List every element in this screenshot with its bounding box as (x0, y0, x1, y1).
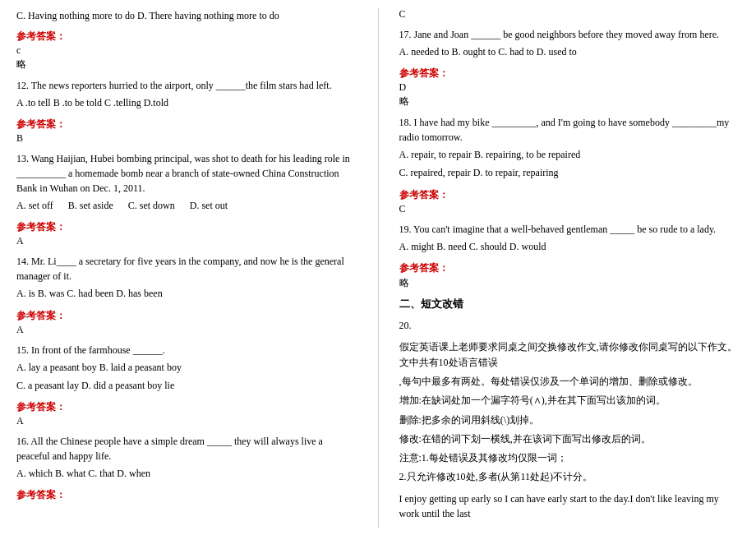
q20-intro-section: 假定英语课上老师要求同桌之间交换修改作文,请你修改你同桌写的以下作文。文中共有1… (399, 339, 740, 486)
q17-options: A. needed to B. ought to C. had to D. us… (399, 44, 740, 60)
answer-label-8: 参考答案： (399, 188, 740, 202)
answer-label-4: 参考答案： (16, 309, 357, 323)
answer-section-4: 参考答案： A (16, 309, 357, 336)
answer-value-7: D (399, 81, 740, 94)
answer-note-1: 略 (16, 58, 357, 71)
q12-options: A .to tell B .to be told C .telling D.to… (16, 95, 357, 111)
q20-intro-line-4: 修改:在错的词下划一横线,并在该词下面写出修改后的词。 (399, 431, 740, 447)
q20-passage-text: I enjoy getting up early so I can have e… (399, 491, 740, 521)
answer-label-1: 参考答案： (16, 30, 357, 44)
column-divider (378, 8, 379, 528)
answer-value-1: c (16, 44, 357, 57)
q13-section: 13. Wang Haijian, Hubei bombing principa… (16, 151, 357, 214)
q15-text: 15. In front of the farmhouse ______. (16, 343, 357, 357)
q20-intro-note1: 注意:1.每处错误及其修改均仅限一词； (399, 450, 740, 466)
q20-header-section: 20. (399, 318, 740, 333)
q14-section: 14. Mr. Li____ a secretary for five year… (16, 254, 357, 302)
q18-text: 18. I have had my bike _________, and I'… (399, 115, 740, 145)
page-container: C. Having nothing more to do D. There ha… (16, 8, 740, 528)
answer-section-6: 参考答案： (16, 488, 357, 502)
answer-value-4: A (16, 324, 357, 336)
q20-passage-section: I enjoy getting up early so I can have e… (399, 491, 740, 521)
q13-opt-a: A. set off (16, 200, 53, 211)
answer-label-5: 参考答案： (16, 400, 357, 414)
q13-text: 13. Wang Haijian, Hubei bombing principa… (16, 151, 357, 196)
q15-options-ab: A. lay a peasant boy B. laid a peasant b… (16, 360, 357, 376)
section2-header: 二、短文改错 (399, 297, 740, 311)
q15-options-cd: C. a peasant lay D. did a peasant boy li… (16, 378, 357, 394)
top-answer-value: C (399, 8, 740, 21)
answer-section-1: 参考答案： c 略 (16, 30, 357, 71)
q14-options: A. is B. was C. had been D. has been (16, 286, 357, 302)
q19-text: 19. You can't imagine that a well-behave… (399, 222, 740, 237)
q19-section: 19. You can't imagine that a well-behave… (399, 222, 740, 255)
answer-note-7: 略 (399, 95, 740, 108)
q20-intro-note2: 2.只允许修改10处,多者(从第11处起)不计分。 (399, 469, 740, 485)
answer-label-3: 参考答案： (16, 220, 357, 234)
q14-text: 14. Mr. Li____ a secretary for five year… (16, 254, 357, 284)
right-column: C 17. Jane and Joan ______ be good neigh… (399, 8, 740, 528)
answer-label-7: 参考答案： (399, 67, 740, 81)
answer-value-3: A (16, 235, 357, 247)
answer-label-6: 参考答案： (16, 488, 357, 502)
q16-options: A. which B. what C. that D. when (16, 466, 357, 482)
right-top-answer: C (399, 8, 740, 21)
q15-section: 15. In front of the farmhouse ______. A.… (16, 343, 357, 394)
q17-section: 17. Jane and Joan ______ be good neighbo… (399, 27, 740, 60)
answer-label-9: 参考答案： (399, 261, 740, 275)
answer-section-7: 参考答案： D 略 (399, 67, 740, 108)
q13-opt-b: B. set aside (68, 200, 113, 211)
q18-section: 18. I have had my bike _________, and I'… (399, 115, 740, 181)
q20-intro-line-0: 假定英语课上老师要求同桌之间交换修改作文,请你修改你同桌写的以下作文。文中共有1… (399, 339, 740, 371)
q13-options: A. set off B. set aside C. set down D. s… (16, 198, 357, 214)
answer-section-3: 参考答案： A (16, 220, 357, 247)
q16-text: 16. All the Chinese people have a simple… (16, 434, 357, 464)
q20-intro-line-2: 增加:在缺词处加一个漏字符号(∧),并在其下面写出该加的词。 (399, 393, 740, 408)
section2-title: 二、短文改错 (399, 297, 740, 311)
answer-section-8: 参考答案： C (399, 188, 740, 215)
options-top-section: C. Having nothing more to do D. There ha… (16, 8, 357, 23)
answer-value-8: C (399, 203, 740, 215)
q20-number: 20. (399, 318, 740, 333)
answer-section-9: 参考答案： 略 (399, 261, 740, 290)
answer-section-2: 参考答案： B (16, 118, 357, 145)
answer-section-5: 参考答案： A (16, 400, 357, 427)
q20-intro-line-1: ,每句中最多有两处。每处错误仅涉及一个单词的增加、删除或修改。 (399, 374, 740, 390)
q16-section: 16. All the Chinese people have a simple… (16, 434, 357, 482)
q18-options-cd: C. repaired, repair D. to repair, repair… (399, 165, 740, 181)
q13-opt-d: D. set out (190, 200, 228, 211)
left-column: C. Having nothing more to do D. There ha… (16, 8, 357, 528)
answer-value-2: B (16, 132, 357, 145)
q12-section: 12. The news reporters hurried to the ai… (16, 78, 357, 111)
q17-text: 17. Jane and Joan ______ be good neighbo… (399, 27, 740, 42)
q12-text: 12. The news reporters hurried to the ai… (16, 78, 357, 93)
q19-options: A. might B. need C. should D. would (399, 239, 740, 255)
q13-opt-c: C. set down (128, 200, 175, 211)
answer-note-9: 略 (399, 276, 740, 290)
options-top-text: C. Having nothing more to do D. There ha… (16, 8, 357, 23)
q20-intro-line-3: 删除:把多余的词用斜线(\)划掉。 (399, 413, 740, 428)
q18-options-ab: A. repair, to repair B. repairing, to be… (399, 147, 740, 163)
answer-label-2: 参考答案： (16, 118, 357, 131)
answer-value-5: A (16, 415, 357, 427)
